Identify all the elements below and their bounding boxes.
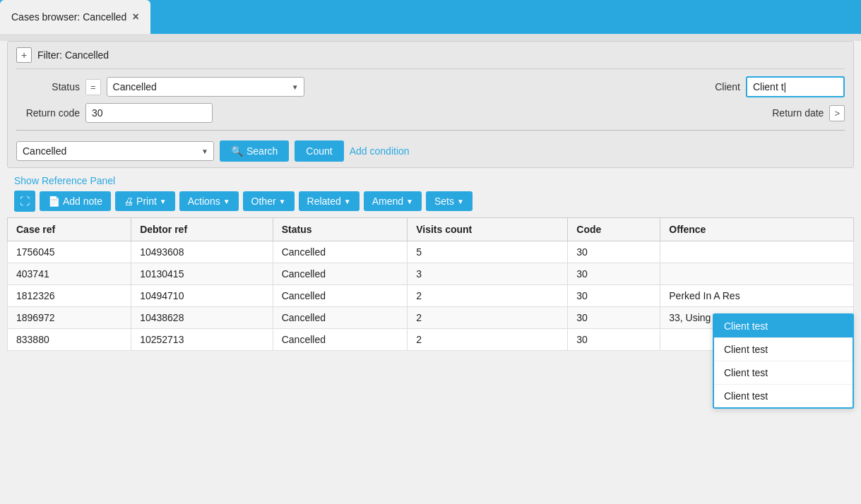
count-label: Count [306, 145, 332, 157]
cell-0-2: Cancelled [273, 241, 407, 263]
cell-0-5 [660, 241, 854, 263]
amend-chevron-icon: ▼ [406, 198, 413, 205]
tab-bar: Cases browser: Cancelled × [0, 0, 861, 34]
col-status: Status [273, 218, 407, 241]
status-select[interactable]: Cancelled [107, 77, 304, 97]
note-icon: 📄 [48, 196, 60, 207]
cell-3-4: 30 [568, 307, 660, 329]
table-header-row: Case ref Debtor ref Status Visits count … [8, 218, 854, 241]
dropdown-item-0[interactable]: Client test [714, 315, 853, 338]
cell-3-3: 2 [408, 307, 568, 329]
status-eq: = [85, 79, 101, 95]
cell-2-5: Perked In A Res [660, 285, 854, 307]
filter-title: Filter: Cancelled [37, 49, 109, 61]
cell-1-4: 30 [568, 263, 660, 285]
print-icon: 🖨 [124, 196, 133, 207]
related-label: Related [307, 196, 341, 207]
actions-button[interactable]: Actions ▼ [179, 191, 239, 211]
return-date-gt: > [829, 105, 845, 121]
col-visits-count: Visits count [408, 218, 568, 241]
table-row[interactable]: 175604510493608Cancelled530 [8, 241, 854, 263]
cell-1-5 [660, 263, 854, 285]
tab-title: Cases browser: Cancelled [11, 11, 126, 23]
cell-3-2: Cancelled [273, 307, 407, 329]
amend-button[interactable]: Amend ▼ [364, 191, 422, 211]
return-code-label: Return code [16, 107, 80, 119]
other-chevron-icon: ▼ [279, 198, 286, 205]
col-offence: Offence [660, 218, 854, 241]
filter-header: + Filter: Cancelled [16, 47, 845, 68]
expand-icon: ⛶ [20, 196, 30, 207]
search-label: Search [247, 145, 278, 157]
other-label: Other [251, 196, 276, 207]
add-note-button[interactable]: 📄 Add note [40, 191, 111, 211]
cell-1-3: 3 [408, 263, 568, 285]
main-panel: + Filter: Cancelled Status = Cancelled C… [0, 41, 861, 504]
filter-row-status: Status = Cancelled Client [16, 76, 845, 97]
search-icon: 🔍 [231, 145, 243, 157]
amend-label: Amend [372, 196, 403, 207]
tab-cases-browser[interactable]: Cases browser: Cancelled × [0, 0, 150, 34]
cell-0-1: 10493608 [131, 241, 273, 263]
search-button[interactable]: 🔍 Search [220, 140, 289, 162]
expand-button[interactable]: ⛶ [14, 191, 35, 212]
filter-row-return: Return code Return date > [16, 103, 845, 123]
cell-3-1: 10438628 [131, 307, 273, 329]
return-code-input[interactable] [85, 103, 213, 123]
sets-chevron-icon: ▼ [457, 198, 464, 205]
cell-0-4: 30 [568, 241, 660, 263]
cell-4-4: 30 [568, 329, 660, 351]
sets-button[interactable]: Sets ▼ [426, 191, 473, 211]
table-header: Case ref Debtor ref Status Visits count … [8, 218, 854, 241]
actions-label: Actions [188, 196, 220, 207]
cell-2-4: 30 [568, 285, 660, 307]
actions-chevron-icon: ▼ [223, 198, 230, 205]
return-date-label: Return date [772, 107, 824, 119]
cell-3-0: 1896972 [8, 307, 131, 329]
plus-icon: + [21, 49, 27, 61]
status-label: Status [16, 81, 80, 92]
filter-expand-button[interactable]: + [16, 47, 32, 63]
table-row[interactable]: 181232610494710Cancelled230Perked In A R… [8, 285, 854, 307]
cell-4-0: 833880 [8, 329, 131, 351]
cell-4-2: Cancelled [273, 329, 407, 351]
cell-1-1: 10130415 [131, 263, 273, 285]
print-button[interactable]: 🖨 Print ▼ [115, 191, 175, 211]
cell-0-3: 5 [408, 241, 568, 263]
condition-select-wrapper: Cancelled [16, 141, 214, 161]
client-input[interactable] [746, 76, 845, 97]
cell-0-0: 1756045 [8, 241, 131, 263]
cell-1-2: Cancelled [273, 263, 407, 285]
add-condition-link[interactable]: Add condition [350, 145, 410, 157]
cell-4-1: 10252713 [131, 329, 273, 351]
cell-4-3: 2 [408, 329, 568, 351]
table-row[interactable]: 40374110130415Cancelled330 [8, 263, 854, 285]
filter-divider [16, 130, 845, 131]
dropdown-item-1[interactable]: Client test [714, 338, 853, 361]
col-debtor-ref: Debtor ref [131, 218, 273, 241]
client-label: Client [677, 81, 740, 92]
related-chevron-icon: ▼ [344, 198, 351, 205]
client-dropdown: Client test Client test Client test Clie… [713, 313, 854, 409]
count-button[interactable]: Count [295, 140, 343, 162]
content-area: Show Reference Panel ⛶ 📄 Add note 🖨 Prin… [0, 175, 861, 351]
cell-2-3: 2 [408, 285, 568, 307]
dropdown-item-3[interactable]: Client test [714, 385, 853, 407]
show-reference-panel-link[interactable]: Show Reference Panel [7, 171, 122, 191]
filter-row-search: Cancelled 🔍 Search Count Add condition [16, 140, 845, 162]
cell-2-1: 10494710 [131, 285, 273, 307]
print-chevron-icon: ▼ [160, 198, 167, 205]
dropdown-item-2[interactable]: Client test [714, 361, 853, 385]
col-code: Code [568, 218, 660, 241]
filter-bar: + Filter: Cancelled Status = Cancelled C… [7, 41, 854, 168]
cell-2-0: 1812326 [8, 285, 131, 307]
other-button[interactable]: Other ▼ [243, 191, 295, 211]
tab-close-button[interactable]: × [132, 11, 138, 23]
add-note-label: Add note [63, 196, 102, 207]
condition-select[interactable]: Cancelled [16, 141, 214, 161]
related-button[interactable]: Related ▼ [299, 191, 360, 211]
status-select-wrapper: Cancelled [107, 77, 304, 97]
cell-2-2: Cancelled [273, 285, 407, 307]
toolbar: ⛶ 📄 Add note 🖨 Print ▼ Actions ▼ Other ▼… [7, 186, 854, 216]
cell-1-0: 403741 [8, 263, 131, 285]
